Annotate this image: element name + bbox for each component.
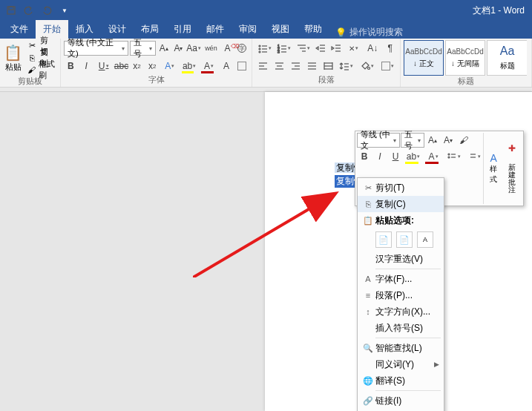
cm-smart-lookup[interactable]: 🔍 智能查找(L) (358, 340, 444, 356)
text-direction-icon: ↕ (361, 307, 375, 316)
qat-customize-button[interactable]: ▼ (56, 2, 73, 19)
chevron-right-icon: ▶ (434, 361, 439, 368)
mini-shrink-font[interactable]: A▾ (441, 133, 456, 148)
cm-text-direction[interactable]: ↕ 文字方向(X)... (358, 303, 444, 320)
save-icon (6, 5, 16, 16)
mini-highlight[interactable]: ab▾ (404, 149, 423, 164)
svg-rect-1 (9, 7, 13, 10)
align-center-button[interactable] (272, 59, 286, 73)
tab-help[interactable]: 帮助 (297, 20, 329, 39)
multilevel-list-button[interactable]: ▾ (294, 41, 312, 56)
italic-button[interactable]: I (79, 59, 93, 73)
format-painter-button[interactable]: 🖌 格式刷 (26, 64, 57, 75)
save-button[interactable] (3, 2, 19, 19)
mini-styles-button[interactable]: A 样式 (487, 152, 501, 185)
font-size-value: 五号 (134, 37, 146, 59)
style-no-spacing[interactable]: AaBbCcDd ↓ 无间隔 (445, 40, 485, 76)
style-normal[interactable]: AaBbCcDd ↓ 正文 (404, 40, 444, 76)
cm-link[interactable]: 🔗 链接(I) (358, 392, 444, 409)
redo-button[interactable] (39, 2, 55, 19)
cm-paragraph[interactable]: ≡ 段落(P)... (358, 287, 444, 303)
character-border-button[interactable] (234, 59, 249, 73)
distributed-button[interactable] (321, 59, 335, 73)
mini-font-size[interactable]: 五号▾ (401, 133, 424, 148)
numbering-icon: 123 (277, 43, 287, 53)
numbering-button[interactable]: 123▾ (275, 41, 292, 56)
shading-button[interactable]: ▾ (357, 59, 376, 73)
bullets-button[interactable]: ▾ (255, 41, 273, 56)
mini-numbering[interactable]: ▾ (464, 149, 483, 164)
line-spacing-button[interactable]: ▾ (336, 59, 355, 73)
svg-point-6 (259, 51, 260, 53)
tell-me-search[interactable]: 操作说明搜索 (335, 26, 403, 39)
clear-formatting-button[interactable]: A⌫ (221, 41, 234, 56)
undo-button[interactable] (21, 2, 37, 19)
font-name-combo[interactable]: 等线 (中文正文)▾ (64, 41, 128, 56)
font-size-combo[interactable]: 五号▾ (130, 41, 156, 56)
underline-button[interactable]: U▾ (95, 59, 113, 73)
style-preview: AaBbCcDd (447, 47, 483, 56)
text-effects-button[interactable]: A▾ (161, 59, 179, 73)
search-icon: 🔍 (361, 343, 375, 353)
asian-layout-button[interactable]: ✕▾ (344, 41, 362, 56)
highlight-button[interactable]: ab▾ (180, 59, 198, 73)
decrease-indent-button[interactable] (314, 41, 328, 56)
styles-group-label: 标题 (404, 76, 528, 88)
bucket-icon (360, 61, 370, 71)
tab-review[interactable]: 审阅 (231, 20, 264, 39)
scissors-icon: ✂ (361, 183, 375, 193)
style-heading[interactable]: Aa 标题 (487, 40, 527, 76)
change-case-button[interactable]: Aa▾ (186, 41, 201, 56)
tab-references[interactable]: 引用 (166, 20, 199, 39)
tab-insert[interactable]: 插入 (68, 20, 101, 39)
borders-button[interactable]: ▾ (378, 59, 397, 73)
mini-underline[interactable]: U (388, 149, 403, 164)
align-left-button[interactable] (255, 59, 270, 73)
justify-button[interactable] (304, 59, 319, 73)
bold-button[interactable]: B (64, 59, 78, 73)
paste-keep-source[interactable]: 📄 (375, 231, 392, 248)
cm-translate[interactable]: 🌐 翻译(S) (358, 372, 444, 389)
document-title: 文档1 - Word (473, 4, 525, 17)
cm-chinese-reselect[interactable]: 汉字重选(V) (358, 251, 444, 267)
paste-label: 粘贴 (5, 62, 22, 73)
superscript-button[interactable]: x2 (145, 59, 160, 73)
cm-insert-symbol[interactable]: 插入符号(S) (358, 320, 444, 336)
align-right-button[interactable] (288, 59, 303, 73)
shrink-font-button[interactable]: A▾ (172, 41, 185, 56)
justify-icon (306, 61, 317, 71)
tab-layout[interactable]: 布局 (134, 20, 166, 39)
mini-format-painter[interactable]: 🖌 (456, 133, 471, 148)
cm-font[interactable]: A 字体(F)... (358, 271, 444, 287)
mini-font-color[interactable]: A▾ (424, 149, 443, 164)
tab-design[interactable]: 设计 (101, 20, 134, 39)
strikethrough-button[interactable]: abc (114, 59, 128, 73)
mini-grow-font[interactable]: A▴ (425, 133, 440, 148)
tab-file[interactable]: 文件 (3, 20, 36, 39)
sort-button[interactable]: A↓ (364, 41, 381, 56)
cm-copy[interactable]: ⎘ 复制(C) (358, 196, 444, 212)
link-icon: 🔗 (361, 396, 375, 406)
paste-merge[interactable]: 📄 (396, 231, 413, 248)
cm-cut[interactable]: ✂ 剪切(T) (358, 180, 444, 196)
mini-new-comment-button[interactable]: ✚ 新建 批注 (505, 133, 519, 204)
tab-mailings[interactable]: 邮件 (199, 20, 231, 39)
svg-point-43 (367, 68, 370, 70)
phonetic-guide-button[interactable]: wén (203, 41, 220, 56)
mini-font-name[interactable]: 等线 (中文▾ (357, 133, 400, 148)
show-marks-button[interactable]: ¶ (383, 41, 397, 56)
tab-view[interactable]: 视图 (264, 20, 297, 39)
paste-text-only[interactable]: A (417, 231, 433, 248)
paste-button[interactable]: 📋 粘贴 (3, 40, 23, 76)
translate-icon: 🌐 (361, 376, 375, 386)
mini-bullets[interactable]: ▾ (444, 149, 463, 164)
font-color-button[interactable]: A▾ (200, 59, 217, 73)
character-shading-button[interactable]: A (220, 59, 234, 73)
mini-bold[interactable]: B (357, 149, 372, 164)
mini-italic[interactable]: I (372, 149, 387, 164)
subscript-button[interactable]: x2 (130, 59, 144, 73)
grow-font-button[interactable]: A▴ (157, 41, 171, 56)
cm-synonyms[interactable]: 同义词(Y) ▶ (358, 356, 444, 372)
increase-indent-button[interactable] (329, 41, 343, 56)
clipboard-icon: 📋 (4, 44, 22, 62)
